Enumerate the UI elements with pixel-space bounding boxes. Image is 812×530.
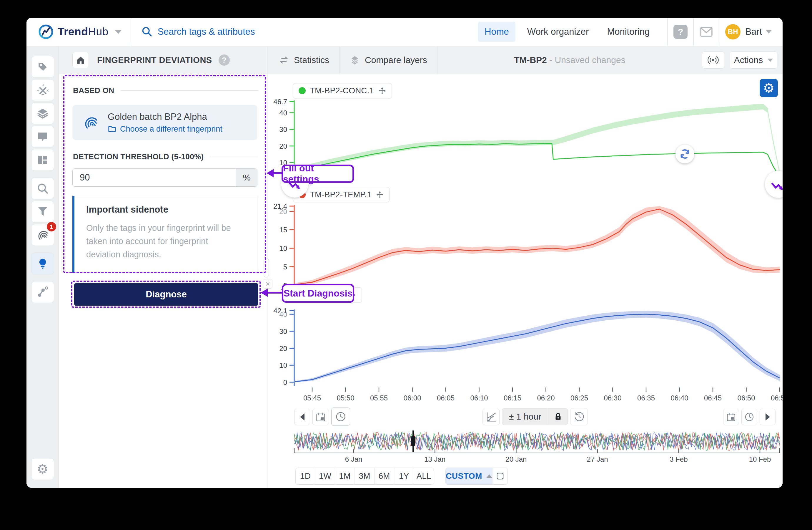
- custom-range-button[interactable]: CUSTOM: [446, 468, 492, 484]
- panel-help-icon[interactable]: ?: [219, 55, 230, 66]
- divider: [667, 18, 668, 46]
- layers-icon: [37, 107, 49, 120]
- fill-out-settings-annotation: Fill out settings: [281, 165, 354, 183]
- svg-text:x: x: [46, 88, 49, 93]
- home-icon: [76, 55, 86, 65]
- move-icon[interactable]: [376, 191, 384, 199]
- threshold-unit: %: [236, 169, 257, 186]
- end-calendar-button[interactable]: [723, 409, 739, 425]
- custom-range-group: CUSTOM: [446, 468, 508, 485]
- chevron-up-icon: [486, 474, 492, 478]
- step-forward-button[interactable]: [760, 409, 775, 425]
- close-icon: ×: [265, 279, 270, 289]
- settings-button[interactable]: ⚙: [31, 458, 54, 480]
- user-menu-chevron-down-icon[interactable]: [766, 30, 771, 33]
- zoom-6m-button[interactable]: 6M: [375, 468, 394, 484]
- svg-text:–: –: [42, 92, 44, 96]
- gear-icon: ⚙: [37, 463, 48, 475]
- panel-close-button[interactable]: ×: [263, 279, 273, 289]
- search-icon: [37, 182, 49, 195]
- zoom-1y-button[interactable]: 1Y: [394, 468, 414, 484]
- formula-tool-button[interactable]: + ÷ x –: [31, 79, 54, 101]
- filter-tool-button[interactable]: [31, 201, 54, 223]
- time-range-button[interactable]: ± 1 hour: [502, 408, 548, 425]
- choose-fingerprint-link[interactable]: Choose a different fingerprint: [108, 125, 222, 134]
- tag-tool-button[interactable]: [31, 56, 54, 78]
- zoom-1w-button[interactable]: 1W: [315, 468, 335, 484]
- clock-icon: [335, 411, 347, 422]
- brand-chevron-down-icon[interactable]: [115, 30, 121, 34]
- fingerprint-badge: 1: [47, 222, 56, 232]
- step-back-button[interactable]: [294, 409, 310, 425]
- funnel-icon: [37, 206, 48, 218]
- app-window: TrendHub Home Work organizer Monitoring …: [27, 18, 783, 488]
- threshold-input-group: %: [72, 168, 258, 187]
- left-icon-rail: + ÷ x –: [27, 46, 59, 488]
- brand-logo[interactable]: TrendHub: [38, 24, 108, 40]
- panel-header: FINGERPRINT DEVIATIONS ?: [59, 46, 267, 74]
- threshold-section: DETECTION THRESHOLD (5-100%): [73, 152, 258, 161]
- dashboard-grid-icon: [37, 154, 48, 166]
- diagnose-button[interactable]: Diagnose: [74, 283, 258, 306]
- chart-toolbar: Statistics Compare layers TM-BP2 - Unsav…: [267, 46, 783, 74]
- ml-model-tool-button[interactable]: [31, 281, 54, 303]
- comments-tool-button[interactable]: [31, 126, 54, 148]
- lock-range-button[interactable]: [548, 408, 567, 425]
- avatar[interactable]: BH: [725, 24, 740, 40]
- legend-chip-temp[interactable]: TM-BP2-TEMP.1: [293, 187, 390, 202]
- refresh-indicator[interactable]: [676, 144, 694, 164]
- actions-button[interactable]: Actions: [730, 52, 777, 69]
- monotonic-view-button[interactable]: [482, 409, 499, 425]
- chart-settings-button[interactable]: ⚙: [760, 79, 778, 97]
- zoom-all-button[interactable]: ALL: [414, 468, 434, 484]
- folder-icon: [108, 125, 116, 134]
- fit-screen-icon: [496, 472, 505, 480]
- nav-tab-work-organizer[interactable]: Work organizer: [521, 22, 595, 42]
- lightbulb-icon: [37, 257, 48, 269]
- swap-arrows-icon: [279, 55, 289, 65]
- global-search: [141, 26, 478, 38]
- mail-icon[interactable]: [700, 25, 713, 39]
- layers-tool-button[interactable]: [31, 102, 54, 124]
- annotation-arrowhead: [266, 169, 274, 177]
- compare-layers-icon: [349, 55, 360, 65]
- legend-chip-conc[interactable]: TM-BP2-CONC.1: [293, 83, 392, 98]
- dashboard-tool-button[interactable]: [31, 149, 54, 171]
- nav-tab-monitoring[interactable]: Monitoring: [600, 22, 656, 42]
- zoom-1d-button[interactable]: 1D: [296, 468, 315, 484]
- history-button[interactable]: [570, 408, 588, 425]
- search-input[interactable]: [158, 27, 364, 37]
- statistics-button[interactable]: Statistics: [269, 46, 339, 74]
- fingerprint-deviations-panel: FINGERPRINT DEVIATIONS ? BASED ON Golden…: [59, 46, 267, 488]
- fingerprint-tool-button[interactable]: 1: [31, 224, 54, 246]
- zigzag-trend-icon: [770, 176, 783, 193]
- calendar-icon: [726, 412, 736, 422]
- nav-tab-home[interactable]: Home: [478, 22, 516, 42]
- zoom-1m-button[interactable]: 1M: [335, 468, 355, 484]
- search-tool-button[interactable]: [31, 178, 54, 199]
- chevron-right-icon: [766, 414, 770, 420]
- series-label: TM-BP2-CONC.1: [310, 86, 374, 95]
- panel-resize-handle[interactable]: [264, 258, 269, 277]
- threshold-input[interactable]: [73, 169, 236, 186]
- move-icon[interactable]: [378, 86, 386, 95]
- start-calendar-button[interactable]: [313, 409, 329, 425]
- annotation-arrow-line: [267, 292, 282, 294]
- start-time-button[interactable]: [331, 407, 350, 426]
- clock-icon: [744, 412, 755, 422]
- fit-range-button[interactable]: [492, 468, 508, 484]
- lock-icon: [553, 412, 563, 422]
- zoom-3m-button[interactable]: 3M: [355, 468, 375, 484]
- threshold-label: DETECTION THRESHOLD (5-100%): [73, 152, 204, 161]
- end-time-button[interactable]: [741, 409, 757, 425]
- view-title: TM-BP2 - Unsaved changes: [437, 55, 702, 65]
- panel-home-button[interactable]: [72, 52, 89, 68]
- selected-fingerprint-card: Golden batch BP2 Alpha Choose a differen…: [72, 105, 258, 140]
- node-graph-icon: [37, 286, 49, 298]
- live-mode-button[interactable]: [702, 52, 724, 69]
- help-icon[interactable]: ?: [673, 25, 687, 39]
- user-name[interactable]: Bart: [745, 27, 762, 37]
- panel-title: FINGERPRINT DEVIATIONS: [97, 55, 212, 65]
- recommendations-tool-button[interactable]: [31, 253, 54, 275]
- compare-layers-button[interactable]: Compare layers: [339, 46, 437, 74]
